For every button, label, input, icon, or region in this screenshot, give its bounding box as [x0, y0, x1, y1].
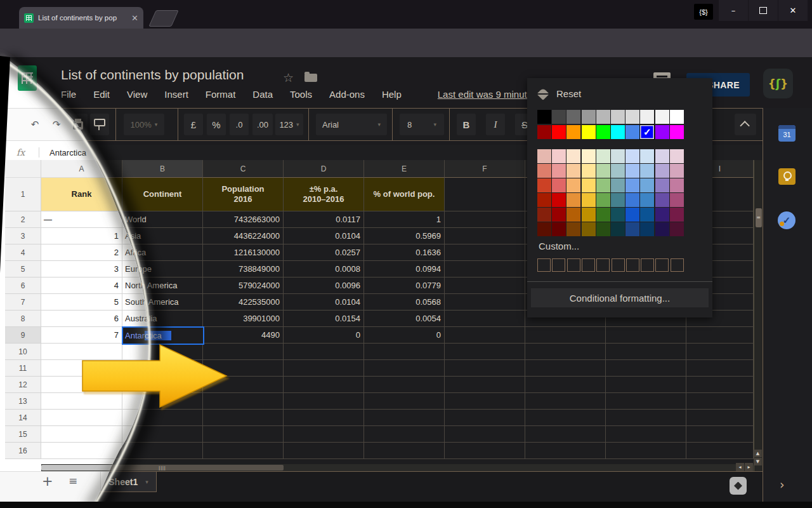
color-swatch-000000[interactable]	[537, 110, 551, 124]
color-swatch-4c1130[interactable]	[670, 222, 684, 236]
color-swatch-38761d[interactable]	[596, 208, 610, 222]
color-swatch-20124d[interactable]	[655, 222, 669, 236]
column-header-d[interactable]: D	[284, 160, 364, 178]
color-swatch-6d9eeb[interactable]	[625, 178, 639, 192]
paint-format-button[interactable]	[90, 114, 109, 135]
cell-D2[interactable]: 0.0117	[284, 211, 364, 228]
cell-B3[interactable]: Asia	[122, 228, 203, 244]
cell-C7[interactable]: 422535000	[203, 294, 284, 311]
cell-D11[interactable]	[284, 360, 364, 377]
cell-F1[interactable]	[445, 178, 525, 211]
cell-D6[interactable]: 0.0096	[284, 277, 364, 294]
vertical-scrollbar-thumb[interactable]: ≡	[756, 208, 762, 227]
cell-C10[interactable]	[203, 344, 284, 360]
cell-I15[interactable]	[686, 426, 754, 443]
color-swatch-c27ba0[interactable]	[670, 178, 684, 192]
column-header-f[interactable]: F	[445, 160, 525, 178]
cell-B15[interactable]	[122, 426, 203, 443]
custom-color-slot-10[interactable]	[671, 258, 684, 272]
color-swatch-f6b26b[interactable]	[566, 178, 580, 192]
cell-E3[interactable]: 0.5969	[364, 228, 445, 244]
menu-file[interactable]: File	[61, 89, 76, 100]
cell-D10[interactable]	[284, 344, 364, 360]
cell-E13[interactable]	[364, 393, 445, 410]
color-swatch-d0e0e3[interactable]	[611, 149, 625, 163]
color-swatch-bf9000[interactable]	[582, 208, 596, 222]
cell-F7[interactable]	[445, 294, 525, 311]
cell-C14[interactable]	[203, 410, 284, 426]
color-swatch-a2c4c9[interactable]	[611, 164, 625, 178]
cell-F5[interactable]	[445, 261, 525, 277]
cell-E14[interactable]	[364, 410, 445, 426]
cell-C4[interactable]: 1216130000	[203, 244, 284, 261]
cell-I16[interactable]	[686, 443, 754, 459]
color-swatch-e6b8af[interactable]	[537, 149, 551, 163]
color-swatch-c9daf8[interactable]	[625, 149, 639, 163]
account-avatar[interactable]: {ʃ}	[763, 69, 793, 98]
cell-F4[interactable]	[445, 244, 525, 261]
cell-F14[interactable]	[445, 410, 525, 426]
color-swatch-4a86e8[interactable]	[625, 125, 639, 139]
cell-D7[interactable]: 0.0104	[284, 294, 364, 311]
color-swatch-3c78d8[interactable]	[625, 193, 639, 207]
color-swatch-9fc5e8[interactable]	[640, 164, 654, 178]
cell-E15[interactable]	[364, 426, 445, 443]
cell-C11[interactable]	[203, 360, 284, 377]
custom-colors-label[interactable]: Custom...	[539, 241, 579, 251]
cell-F3[interactable]	[445, 228, 525, 244]
color-swatch-ead1dc[interactable]	[670, 149, 684, 163]
cell-D14[interactable]	[284, 410, 364, 426]
color-swatch-a64d79[interactable]	[670, 193, 684, 207]
color-swatch-ff0000[interactable]	[552, 125, 566, 139]
color-swatch-76a5af[interactable]	[611, 178, 625, 192]
cell-E9[interactable]: 0	[364, 327, 445, 344]
menu-edit[interactable]: Edit	[93, 89, 110, 100]
cell-G11[interactable]	[525, 360, 606, 377]
format-currency-button[interactable]: £	[184, 114, 203, 135]
color-swatch-073763[interactable]	[640, 222, 654, 236]
color-swatch-f1c232[interactable]	[582, 193, 596, 207]
cell-H14[interactable]	[606, 410, 686, 426]
cell-D9[interactable]: 0	[284, 327, 364, 344]
cell-C12[interactable]	[203, 377, 284, 393]
cell-E11[interactable]	[364, 360, 445, 377]
cell-D8[interactable]: 0.0154	[284, 311, 364, 327]
cell-G9[interactable]	[525, 327, 606, 344]
custom-color-slot-8[interactable]	[641, 258, 654, 272]
cell-F16[interactable]	[445, 443, 525, 459]
cell-C9[interactable]: 4490	[203, 327, 284, 344]
custom-color-slot-1[interactable]	[537, 258, 551, 272]
italic-button[interactable]: I	[486, 114, 505, 135]
color-swatch-a4c2f4[interactable]	[625, 164, 639, 178]
cell-D13[interactable]	[284, 393, 364, 410]
cell-C2[interactable]: 7432663000	[203, 211, 284, 228]
color-swatch-85200c[interactable]	[537, 208, 551, 222]
cell-C5[interactable]: 738849000	[203, 261, 284, 277]
cell-H11[interactable]	[606, 360, 686, 377]
color-swatch-a61c00[interactable]	[537, 193, 551, 207]
color-swatch-00ffff[interactable]	[611, 125, 625, 139]
menu-data[interactable]: Data	[252, 89, 273, 100]
window-maximize-button[interactable]	[749, 0, 778, 21]
color-swatch-ffd966[interactable]	[582, 178, 596, 192]
color-swatch-93c47d[interactable]	[596, 178, 610, 192]
window-minimize-button[interactable]: –	[719, 0, 748, 21]
calendar-icon[interactable]: 31	[778, 125, 796, 142]
cell-C16[interactable]	[203, 443, 284, 459]
bold-button[interactable]: B	[457, 114, 476, 135]
format-percent-button[interactable]: %	[207, 114, 226, 135]
color-swatch-7f6000[interactable]	[582, 222, 596, 236]
menu-tools[interactable]: Tools	[290, 89, 312, 100]
cell-D4[interactable]: 0.0257	[284, 244, 364, 261]
color-swatch-674ea7[interactable]	[655, 193, 669, 207]
custom-color-slot-5[interactable]	[596, 258, 610, 272]
color-swatch-d9d2e9[interactable]	[655, 149, 669, 163]
cell-C13[interactable]	[203, 393, 284, 410]
cell-H16[interactable]	[606, 443, 686, 459]
color-swatch-cc0000[interactable]	[552, 193, 566, 207]
color-swatch-fff2cc[interactable]	[582, 149, 596, 163]
color-swatch-783f04[interactable]	[566, 222, 580, 236]
collapse-toolbar-button[interactable]	[735, 114, 756, 135]
cell-F6[interactable]	[445, 277, 525, 294]
tasks-icon[interactable]: ✓	[778, 211, 796, 229]
